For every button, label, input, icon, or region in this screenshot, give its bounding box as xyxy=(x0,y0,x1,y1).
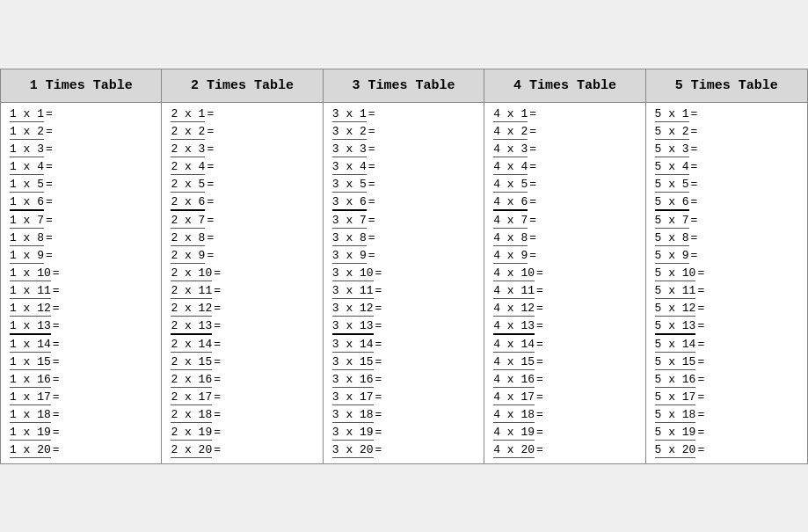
equation-blank-2-8 xyxy=(214,231,241,244)
equation-text-4-14: 4 x 14 xyxy=(493,338,535,353)
equation-text-1-12: 1 x 12 xyxy=(10,302,51,317)
equation-blank-2-11 xyxy=(221,284,248,297)
equation-equals-4-19: = xyxy=(536,426,543,439)
equation-blank-5-9 xyxy=(697,249,724,262)
equation-blank-4-9 xyxy=(536,249,564,262)
equation-equals-1-17: = xyxy=(53,390,60,404)
equation-blank-4-13 xyxy=(543,319,571,332)
equation-equals-2-19: = xyxy=(214,426,221,439)
equation-text-5-13: 5 x 13 xyxy=(655,319,696,335)
equation-equals-4-1: = xyxy=(529,107,536,120)
equation-text-3-16: 3 x 16 xyxy=(332,373,374,388)
equation-3-13: 3 x 13 = xyxy=(332,318,475,337)
equation-equals-1-2: = xyxy=(46,125,53,138)
equation-blank-4-3 xyxy=(536,142,564,156)
equation-text-3-12: 3 x 12 xyxy=(332,302,374,317)
equation-text-1-14: 1 x 14 xyxy=(10,338,51,353)
equation-text-3-3: 3 x 3 xyxy=(332,142,367,157)
equation-text-2-15: 2 x 15 xyxy=(171,355,212,370)
equation-equals-1-8: = xyxy=(46,231,53,244)
equation-text-2-12: 2 x 12 xyxy=(171,302,212,317)
equation-2-12: 2 x 12 = xyxy=(171,301,313,318)
equation-text-4-20: 4 x 20 xyxy=(493,443,535,458)
equation-5-13: 5 x 13 = xyxy=(655,318,798,337)
equation-text-5-6: 5 x 6 xyxy=(655,195,689,211)
equation-text-1-20: 1 x 20 xyxy=(10,443,51,458)
column-5: 5 Times Table5 x 1 = 5 x 2 = 5 x 3 = 5 x… xyxy=(646,69,807,463)
equation-text-1-7: 1 x 7 xyxy=(10,214,44,229)
equation-equals-4-2: = xyxy=(529,125,536,138)
equation-blank-4-8 xyxy=(536,231,564,244)
equation-text-2-1: 2 x 1 xyxy=(171,107,205,122)
equation-equals-1-13: = xyxy=(53,319,60,332)
equation-1-15: 1 x 15 = xyxy=(10,354,152,372)
equation-text-3-17: 3 x 17 xyxy=(332,390,374,405)
equation-equals-5-3: = xyxy=(691,142,698,156)
equation-3-2: 3 x 2 = xyxy=(332,124,475,142)
equation-3-14: 3 x 14 = xyxy=(332,337,475,354)
equation-2-13: 2 x 13 = xyxy=(171,318,313,337)
equation-blank-3-17 xyxy=(382,390,409,404)
equation-5-4: 5 x 4 = xyxy=(655,159,798,177)
equation-text-1-5: 1 x 5 xyxy=(10,178,44,193)
equation-equals-5-7: = xyxy=(691,214,698,227)
equation-text-5-15: 5 x 15 xyxy=(655,355,696,370)
equation-3-4: 3 x 4 = xyxy=(332,159,475,177)
equation-blank-2-19 xyxy=(221,426,248,439)
equation-3-1: 3 x 1 = xyxy=(332,106,475,124)
equation-blank-2-2 xyxy=(214,125,241,138)
equation-text-4-4: 4 x 4 xyxy=(493,160,528,175)
equation-5-17: 5 x 17 = xyxy=(655,390,798,407)
equation-4-1: 4 x 1 = xyxy=(493,106,636,124)
column-header-5: 5 Times Table xyxy=(646,69,807,103)
equation-text-4-7: 4 x 7 xyxy=(493,214,528,229)
equation-blank-5-14 xyxy=(704,338,732,351)
equation-equals-5-1: = xyxy=(691,107,698,120)
equation-blank-3-16 xyxy=(382,373,409,386)
equation-3-17: 3 x 17 = xyxy=(332,390,475,407)
equation-blank-4-16 xyxy=(543,373,571,386)
equation-text-5-3: 5 x 3 xyxy=(655,142,689,157)
equation-text-5-20: 5 x 20 xyxy=(655,443,696,458)
equation-blank-1-19 xyxy=(60,426,87,439)
column-header-3: 3 Times Table xyxy=(324,69,484,103)
equation-2-14: 2 x 14 = xyxy=(171,337,313,354)
equation-3-6: 3 x 6 = xyxy=(332,194,475,213)
equation-blank-3-4 xyxy=(375,160,403,173)
equation-blank-3-20 xyxy=(382,443,409,456)
equation-equals-5-17: = xyxy=(697,390,704,404)
equation-list-4: 4 x 1 = 4 x 2 = 4 x 3 = 4 x 4 = 4 x 5 = … xyxy=(484,103,644,463)
equation-blank-1-13 xyxy=(60,319,87,332)
equation-text-2-17: 2 x 17 xyxy=(171,390,212,405)
equation-text-2-16: 2 x 16 xyxy=(171,373,212,388)
equation-4-12: 4 x 12 = xyxy=(493,301,636,318)
equation-blank-4-18 xyxy=(543,408,571,421)
equation-blank-1-15 xyxy=(60,355,87,368)
equation-text-4-8: 4 x 8 xyxy=(493,231,528,246)
equation-2-8: 2 x 8 = xyxy=(171,230,313,248)
equation-2-2: 2 x 2 = xyxy=(171,124,313,142)
equation-5-16: 5 x 16 = xyxy=(655,372,798,390)
equation-equals-2-2: = xyxy=(207,125,214,138)
equation-blank-4-15 xyxy=(543,355,571,368)
equation-equals-3-10: = xyxy=(375,266,382,280)
equation-equals-5-13: = xyxy=(697,319,704,332)
equation-2-7: 2 x 7 = xyxy=(171,213,313,230)
equation-text-2-8: 2 x 8 xyxy=(171,231,205,246)
equation-blank-3-6 xyxy=(375,195,403,208)
equation-3-7: 3 x 7 = xyxy=(332,213,475,230)
equation-3-9: 3 x 9 = xyxy=(332,248,475,266)
equation-3-15: 3 x 15 = xyxy=(332,354,475,372)
equation-text-1-18: 1 x 18 xyxy=(10,408,51,423)
equation-blank-1-7 xyxy=(53,214,80,227)
equation-4-4: 4 x 4 = xyxy=(493,159,636,177)
equation-4-7: 4 x 7 = xyxy=(493,213,636,230)
equation-equals-4-14: = xyxy=(536,338,543,351)
equation-1-14: 1 x 14 = xyxy=(10,337,152,354)
equation-4-15: 4 x 15 = xyxy=(493,354,636,372)
equation-blank-5-12 xyxy=(704,302,732,315)
equation-text-2-11: 2 x 11 xyxy=(171,284,212,299)
equation-equals-1-14: = xyxy=(53,338,60,351)
equation-text-1-11: 1 x 11 xyxy=(10,284,51,299)
equation-equals-3-17: = xyxy=(375,390,382,404)
